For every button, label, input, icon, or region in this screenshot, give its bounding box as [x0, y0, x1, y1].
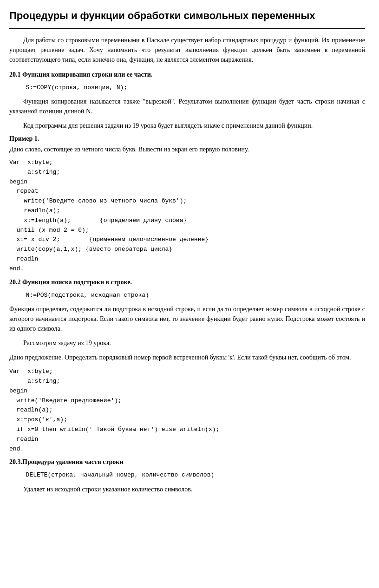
- code-block-20-1: Var x:byte; a:string; begin repeat write…: [9, 158, 365, 274]
- code-signature-20-1: S:=COPY(строка, позиция, N);: [19, 83, 365, 92]
- description-20-2-3: Дано предложение. Определить порядковый …: [9, 353, 365, 362]
- intro-paragraph: Для работы со строковыми переменными в П…: [9, 35, 365, 65]
- example-1-text: Дано слово, состоящее из четного числа б…: [9, 144, 365, 154]
- section-heading-20-2: 20.2 Функция поиска подстроки в строке.: [9, 279, 365, 286]
- divider: [9, 28, 365, 29]
- description-20-1-2: Код программы для решения задачи из 19 у…: [9, 121, 365, 131]
- page-title: Процедуры и функции обработки символьных…: [9, 9, 365, 23]
- description-20-1-1: Функция копирования называется также "вы…: [9, 97, 365, 116]
- description-20-2-2: Рассмотрим задачу из 19 урока.: [9, 338, 365, 348]
- example-1-heading: Пример 1.: [9, 135, 365, 143]
- section-heading-20-3: 20.3.Процедура удаления части строки: [9, 458, 365, 466]
- code-signature-20-2: N:=POS(подстрока, исходная строка): [19, 291, 365, 300]
- description-20-2-1: Функция определяет, содержится ли подстр…: [9, 304, 365, 333]
- code-signature-20-3: DELETE(строка, начальный номер, количест…: [19, 470, 365, 480]
- section-heading-20-1: 20.1 Функция копирования строки или ее ч…: [9, 71, 365, 78]
- code-block-20-2: Var x:byte; a:string; begin write('Введи…: [9, 367, 365, 454]
- description-20-3-1: Удаляет из исходной строки указанное кол…: [9, 484, 365, 494]
